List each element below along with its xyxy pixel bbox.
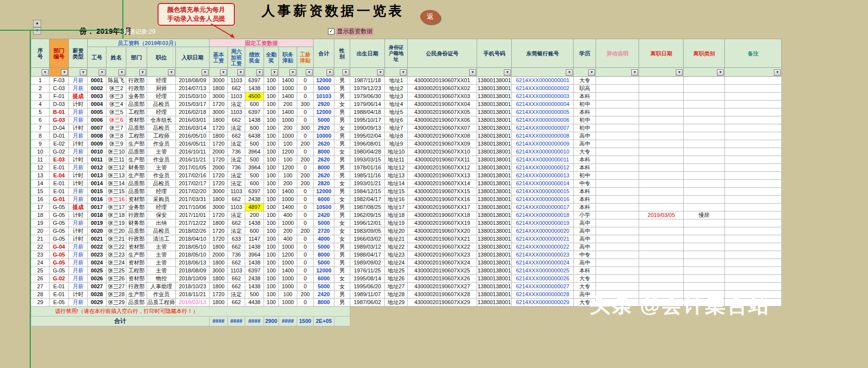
cell[interactable]: 1800 [210,196,228,204]
cell[interactable]: 0017 [88,204,107,211]
cell[interactable]: 6214XXX0000000006 [512,116,574,124]
cell[interactable]: 女 [334,124,350,132]
filter-dropdown-button[interactable]: ▼ [80,69,87,76]
cell[interactable]: 0009 [88,140,107,148]
cell[interactable]: 月薪 [69,251,88,259]
cell[interactable]: 1000 [279,243,297,251]
cell[interactable] [639,251,684,259]
cell[interactable]: 27 [31,283,50,291]
cell[interactable]: 0028 [88,291,107,299]
cell[interactable]: 1995/10/17 [350,116,385,124]
cell[interactable] [639,227,684,235]
cell[interactable]: 5000 [314,85,334,93]
cell[interactable]: 张三6 [107,116,126,124]
cell[interactable] [596,259,639,267]
cell[interactable]: 2016/11/21 [176,156,210,164]
cell[interactable] [725,235,782,243]
cell[interactable] [596,251,639,259]
cell[interactable]: 2620 [314,156,334,164]
cell[interactable]: 0 [297,188,314,196]
cell[interactable]: G-02 [50,275,69,283]
cell[interactable]: 200 [297,140,314,148]
cell[interactable]: 10000 [314,132,334,140]
cell[interactable] [639,275,684,283]
cell[interactable]: 500 [245,140,264,148]
cell[interactable]: 品质部 [126,124,147,132]
cell[interactable]: 43000020190607XX12 [408,164,477,172]
cell[interactable]: 6214XXX0000000026 [512,275,574,283]
cell[interactable] [639,148,684,156]
cell[interactable]: 6000 [314,196,334,204]
cell[interactable] [725,140,782,148]
cell[interactable]: 张三16 [107,196,126,204]
cell[interactable]: 小学 [574,211,596,219]
cell[interactable]: 1996/12/01 [350,219,385,227]
cell[interactable]: 2019/03/13 [176,299,210,307]
filter-dropdown-button[interactable]: ▼ [168,69,175,76]
cell[interactable]: 2920 [314,124,334,132]
cell[interactable]: 本科 [574,188,596,196]
filter-dropdown-button[interactable]: ▼ [400,69,407,76]
cell[interactable]: 地址21 [385,235,408,243]
cell[interactable]: 1989/11/07 [350,291,385,299]
cell[interactable]: 张三27 [107,283,126,291]
cell[interactable]: 男 [334,116,350,124]
cell[interactable]: 200 [279,101,297,108]
cell[interactable]: 月薪 [69,283,88,291]
cell[interactable]: F-01 [50,93,69,101]
cell[interactable]: 男 [334,93,350,101]
cell[interactable]: 地址8 [385,132,408,140]
cell[interactable]: 0026 [88,275,107,283]
cell[interactable]: 月薪 [69,164,88,172]
cell[interactable]: 200 [279,124,297,132]
cell[interactable]: 张三14 [107,180,126,188]
cell[interactable] [596,101,639,108]
cell[interactable]: 经理 [147,77,176,85]
cell[interactable]: 1720 [210,172,228,180]
cell[interactable]: 2016/03/01 [176,116,210,124]
cell[interactable]: 计时 [69,156,88,164]
filter-dropdown-button[interactable]: ▼ [774,69,781,76]
cell[interactable] [725,180,782,188]
cell[interactable]: 2017/12/22 [176,219,210,227]
cell[interactable]: 张三8 [107,132,126,140]
cell[interactable]: 13800138001 [477,180,512,188]
cell[interactable]: 662 [228,132,245,140]
cell[interactable] [684,227,725,235]
cell[interactable]: 0 [297,211,314,219]
cell[interactable]: 1720 [210,291,228,299]
cell[interactable]: 100 [279,140,297,148]
cell[interactable] [639,180,684,188]
cell[interactable]: 13800138001 [477,108,512,116]
cell[interactable]: 13800138001 [477,251,512,259]
cell[interactable]: 6214XXX0000000028 [512,291,574,299]
cell[interactable]: 资材部 [126,243,147,251]
cell[interactable]: 43000020190607XX14 [408,180,477,188]
cell[interactable] [596,132,639,140]
cell[interactable]: 月薪 [69,132,88,140]
cell[interactable]: 1995/02/04 [350,132,385,140]
cell[interactable]: 品质部 [126,148,147,156]
cell[interactable]: 43000020190607XX09 [408,140,477,148]
cell[interactable]: B-01 [50,108,69,116]
cell[interactable] [596,180,639,188]
filter-dropdown-button[interactable]: ▼ [271,69,278,76]
cell[interactable]: 月薪 [69,259,88,267]
cell[interactable]: G-05 [50,219,69,227]
cell[interactable]: E-05 [50,299,69,307]
cell[interactable] [639,283,684,291]
cell[interactable]: 计时 [69,180,88,188]
cell[interactable] [596,148,639,156]
cell[interactable]: 6214XXX0000000027 [512,283,574,291]
cell[interactable]: 6397 [245,108,264,116]
cell[interactable]: 1984/12/15 [350,188,385,196]
cell[interactable] [725,85,782,93]
cell[interactable]: 男 [334,267,350,275]
cell[interactable]: 1976/11/25 [350,267,385,275]
cell[interactable]: 张三22 [107,243,126,251]
filter-dropdown-button[interactable]: ▼ [504,69,511,76]
cell[interactable]: 2014/07/13 [176,85,210,93]
cell[interactable]: 品质工程师 [147,299,176,307]
cell[interactable]: 张三20 [107,227,126,235]
cell[interactable]: 100 [279,172,297,180]
